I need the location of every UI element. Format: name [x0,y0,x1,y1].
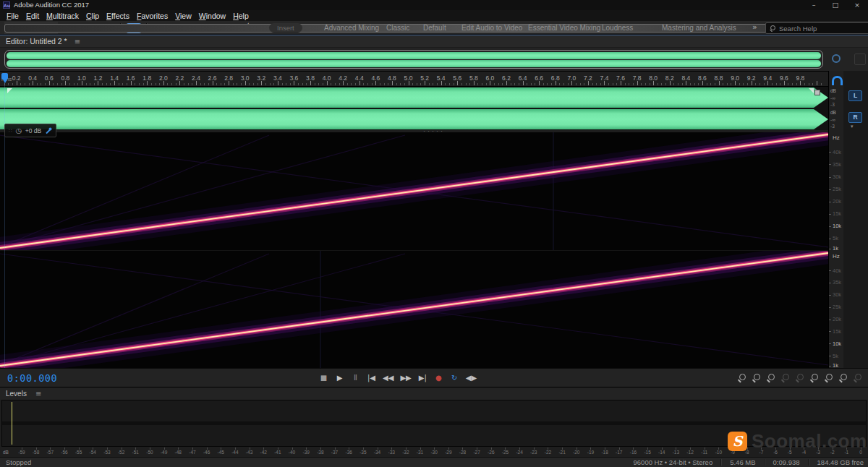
waveform-channel-right[interactable] [0,109,828,129]
levels-scale-label: -49 [161,450,167,455]
levels-scale-label: -32 [402,450,409,455]
ruler-tick [817,81,817,85]
workspace-classic[interactable]: Classic [386,24,409,32]
fade-out-handle-icon[interactable] [809,88,814,93]
hud-grip-icon[interactable]: ∷ [9,128,12,134]
freq-label: 15k [833,328,841,335]
pin-icon[interactable] [45,127,52,134]
zoom-out-time-button[interactable] [752,374,761,382]
minimize-button[interactable]: – [803,0,825,10]
title-bar: Au Adobe Audition CC 2017 – □ × [0,0,868,10]
time-display[interactable]: 0:00.000 [7,372,57,384]
hud-volume-value[interactable]: +0 dB [25,127,41,134]
search-input[interactable] [779,25,868,33]
ruler-tick [49,81,50,85]
spectral-display-right[interactable] [0,251,828,368]
menu-item-view[interactable]: View [171,12,195,20]
ruler-tick [241,83,242,85]
record-button[interactable]: ● [434,374,443,382]
levels-scale-label: -56 [61,450,67,455]
snap-magnet-icon[interactable] [832,76,843,85]
editor-tab[interactable]: Editor: Untitled 2 * [6,37,67,46]
levels-scale-label: -40 [289,450,295,455]
ruler-tick [690,83,691,85]
waveform-channel-left[interactable] [0,87,828,108]
workspace-loudness[interactable]: Loudness [602,24,633,32]
rewind-button[interactable]: ◀◀ [383,374,393,382]
scale-caret-icon[interactable]: ▾ [851,124,854,129]
fade-in-handle-icon[interactable] [7,88,12,93]
workspace-essential-video-mixing[interactable]: Essential Video Mixing [528,24,600,32]
overview-navigator[interactable] [0,48,868,71]
skip-to-start-button[interactable]: |◀ [367,374,376,382]
amplitude-scale-label: dB [830,88,843,93]
channel-right-button[interactable]: R [848,112,862,123]
ruler-tick [625,83,626,85]
loop-playback-button[interactable]: ↻ [450,374,459,382]
menu-item-edit[interactable]: Edit [22,12,43,20]
channel-left-button[interactable]: L [848,90,862,101]
zoom-in-at-playhead-button[interactable] [767,374,775,382]
overview-panel-icon[interactable] [854,53,866,65]
stop-button[interactable]: ■ [319,374,328,382]
hud-volume-overlay[interactable]: ∷ ◷ +0 dB [4,124,56,137]
maximize-button[interactable]: □ [825,0,846,10]
zoom-full-button[interactable] [854,374,862,382]
amplitude-scale-label: -3 [830,102,843,107]
menu-item-file[interactable]: File [3,12,22,20]
ruler-tick [286,83,286,85]
fast-forward-button[interactable]: ▶▶ [400,374,411,382]
overview-tool-icon[interactable] [832,54,841,63]
workspace-overflow-chevron[interactable]: » [752,22,757,32]
soomal-watermark-text: Soomal.com [752,430,867,453]
levels-panel-menu-icon[interactable]: ≡ [35,390,41,398]
workspace-advanced-mixing[interactable]: Advanced Mixing [324,24,379,32]
ruler-tick [139,83,140,85]
panel-splitter[interactable]: ····· [405,127,463,134]
workspace-mastering-and-analysis[interactable]: Mastering and Analysis [662,24,736,32]
panel-menu-icon[interactable]: ≡ [75,38,80,46]
freq-label: 35k [833,279,841,286]
status-separator [764,459,765,466]
menu-item-clip[interactable]: Clip [82,12,103,20]
gain-handle-icon[interactable] [814,90,820,95]
levels-scale-label: -45 [218,450,224,455]
insert-button[interactable]: Insert [269,23,302,33]
close-button[interactable]: × [846,0,868,10]
skip-selection-button[interactable]: ◀▶ [466,374,477,382]
waveform-display[interactable] [0,87,828,130]
menu-item-help[interactable]: Help [229,12,252,20]
zoom-in-time-button[interactable] [738,374,746,382]
zoom-reset-vertical-button[interactable] [796,374,804,382]
ruler-tick [616,83,617,85]
menu-item-favorites[interactable]: Favorites [133,12,171,20]
search-help-box[interactable] [765,22,868,34]
editor-panel-header: Editor: Untitled 2 * ≡ [0,35,868,48]
menu-item-multitrack[interactable]: Multitrack [43,12,82,20]
play-button[interactable]: ▶ [335,374,344,382]
levels-scale-label: -44 [231,450,238,455]
zoom-in-right-selection-button[interactable] [825,374,833,382]
zoom-in-left-selection-button[interactable] [810,374,819,382]
timeline-ruler[interactable]: hms 0.20.40.60.81.01.21.41.61.82.02.22.4… [0,71,828,87]
ruler-tick [12,83,13,85]
skip-to-end-button[interactable]: ▶| [418,374,427,382]
menu-item-window[interactable]: Window [195,12,229,20]
pause-button[interactable]: Ⅱ [351,374,360,382]
ruler-tick [735,81,736,85]
amplitude-scale-label: dB [830,110,843,115]
playhead-marker[interactable] [1,73,8,80]
ruler-tick [176,83,176,85]
overview-zoom-thumb[interactable] [4,50,823,69]
zoom-to-selection-button[interactable] [839,374,848,382]
workspace-edit-audio-to-video[interactable]: Edit Audio to Video [461,24,522,32]
zoom-out-full-button[interactable] [781,374,790,382]
spectral-display-left[interactable] [0,132,828,251]
status-file-size: 5.46 MB [730,458,755,466]
workspace-default[interactable]: Default [423,24,446,32]
levels-scale-label: -41 [274,450,281,455]
ruler-tick [412,83,413,85]
menu-item-effects[interactable]: Effects [103,12,133,20]
amplitude-scale-label: -∞ [830,117,843,122]
ruler-tick [519,83,519,85]
